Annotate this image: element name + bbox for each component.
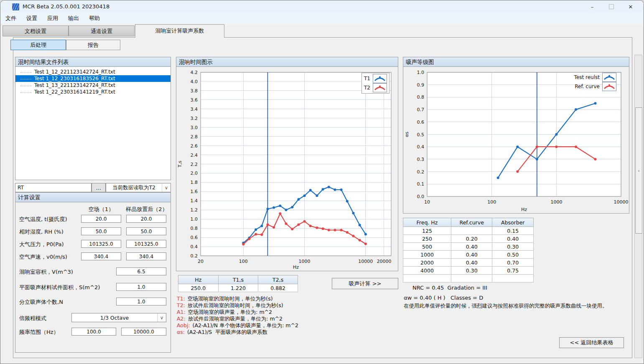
maximize-button[interactable] <box>602 0 621 13</box>
subtab-report[interactable]: 报告 <box>66 40 120 50</box>
file-list[interactable]: Test 1_12_221123142724_RT.txt Test 1_12_… <box>15 67 171 180</box>
note-line: T1:空场混响室的混响时间，单位为秒(s) <box>177 295 273 303</box>
rt-table-cell: 0.882 <box>258 284 298 292</box>
menu-item-file[interactable]: 文件 <box>0 15 21 22</box>
collapse-panel-button[interactable]: ‹ <box>635 107 642 234</box>
t1-curve-icon <box>373 74 387 83</box>
svg-text:0.6: 0.6 <box>417 120 425 125</box>
rt-name-input[interactable] <box>15 183 92 192</box>
svg-text:1.6: 1.6 <box>191 189 198 194</box>
svg-text:2.8: 2.8 <box>191 134 198 140</box>
air-temp-label: 空气温度, t(摄氏度) <box>19 216 67 223</box>
svg-text:1.2: 1.2 <box>191 207 198 213</box>
rt-table-header: Hz <box>178 275 219 284</box>
ref-curve-icon <box>602 82 616 91</box>
table-row <box>403 275 534 283</box>
menu-item-help[interactable]: 帮助 <box>84 15 105 22</box>
sound-speed-input-1[interactable] <box>81 252 121 260</box>
close-button[interactable]: ✕ <box>621 0 640 13</box>
sound-speed-input-2[interactable] <box>126 252 166 260</box>
svg-text:1.4: 1.4 <box>191 198 198 204</box>
data-read-mode-dropdown[interactable]: 当前数据读取为T2 ∨ <box>106 183 171 192</box>
svg-text:3.6: 3.6 <box>191 97 198 103</box>
absorber-table-header: Ref.curve <box>451 218 492 227</box>
rt-table-cell: 1.220 <box>218 284 258 292</box>
maximize-icon <box>609 4 614 9</box>
humidity-input-1[interactable] <box>81 227 121 235</box>
rt-chart-container: 0.20.40.60.81.01.21.41.61.82.02.22.42.62… <box>176 67 398 271</box>
sample-area-input[interactable] <box>116 283 166 291</box>
pressure-input-2[interactable] <box>126 240 166 248</box>
menu-item-settings[interactable]: 设置 <box>21 15 42 22</box>
svg-text:20: 20 <box>198 259 204 264</box>
svg-text:1.8: 1.8 <box>191 180 198 185</box>
tree-line-icon <box>20 79 31 79</box>
svg-text:0.7: 0.7 <box>417 107 425 112</box>
column-header-empty-room: 空场（1） <box>81 206 121 213</box>
minimize-button[interactable]: – <box>583 0 602 13</box>
room-volume-input[interactable] <box>116 267 166 275</box>
freq-range-low-input[interactable] <box>71 328 116 336</box>
chevron-down-icon: ∨ <box>157 313 166 322</box>
abs-chart-container: 0.00.10.20.30.40.50.60.70.80.91.01010010… <box>403 67 629 214</box>
table-row: 2500.200.40 <box>403 235 534 243</box>
calc-settings-header: 计算设置 <box>15 192 171 202</box>
menu-item-output[interactable]: 输出 <box>63 15 84 22</box>
nrc-result-text: NRC = 0.45 Gradation = III <box>412 285 487 291</box>
pressure-label: 大气压力，P0(Pa) <box>19 241 64 248</box>
title-bar: MCR Beta 2.05.0.001 20230418 – ✕ <box>0 0 644 13</box>
svg-text:4.2: 4.2 <box>191 70 198 75</box>
abs-chart-panel-header: 吸声等级图 <box>403 57 629 67</box>
window-title: MCR Beta 2.05.0.001 20230418 <box>23 3 109 10</box>
window-controls: – ✕ <box>583 0 640 13</box>
tab-reverb-absorption[interactable]: 混响室计算吸声系数 <box>135 24 224 38</box>
pressure-input-1[interactable] <box>81 240 121 248</box>
humidity-input-2[interactable] <box>126 227 166 235</box>
svg-text:10: 10 <box>424 199 430 205</box>
note-line: αs:(A2-A1)/S 平面吸声体的吸声系数 <box>177 329 267 336</box>
absorber-count-input[interactable] <box>116 298 166 305</box>
svg-text:0.8: 0.8 <box>417 94 425 100</box>
svg-text:3.4: 3.4 <box>191 107 198 112</box>
tab-channel-settings[interactable]: 通道设置 <box>69 25 135 36</box>
air-temp-input-1[interactable] <box>81 215 121 223</box>
air-temp-input-2[interactable] <box>126 215 166 223</box>
rt-value-table: Hz T1,s T2,s 250.0 1.220 0.882 <box>178 275 298 292</box>
rt-chart-legend: T1 T2 <box>361 73 389 94</box>
octave-mode-dropdown[interactable]: 1/3 Octave ∨ <box>71 313 166 322</box>
svg-text:1000: 1000 <box>299 259 311 264</box>
tab-strip: 文档设置 通道设置 混响室计算吸声系数 <box>0 24 644 38</box>
browse-button[interactable]: ... <box>92 183 106 192</box>
chevron-down-icon: ∨ <box>162 183 171 192</box>
svg-text:3.2: 3.2 <box>191 116 198 121</box>
table-row: 5000.400.30 <box>403 243 534 251</box>
tree-line-icon <box>20 72 31 73</box>
aw-result-text: αw = 0.40 ( H ) Classes = D <box>404 295 483 301</box>
svg-text:0.3: 0.3 <box>417 157 425 162</box>
back-to-results-button[interactable]: << 返回结果表格 <box>559 337 624 348</box>
file-item[interactable]: Test 1_12_221123142724_RT.txt <box>15 69 171 75</box>
svg-text:0.1: 0.1 <box>417 181 425 187</box>
subtab-postprocess[interactable]: 后处理 <box>10 40 66 50</box>
svg-text:Hz: Hz <box>521 207 527 212</box>
absorption-calc-button[interactable]: 吸声计算 >> <box>332 278 398 289</box>
freq-range-high-input[interactable] <box>121 328 166 336</box>
t2-curve-icon <box>373 83 387 92</box>
table-row: 40000.300.75 <box>403 267 534 275</box>
file-item[interactable]: Test 1_13_221123142724_RT.txt <box>15 82 171 89</box>
column-header-with-sample: 样品放置后（2） <box>124 206 170 213</box>
app-logo-icon <box>12 3 19 10</box>
absorber-count-label: 分立吸声体个数,N <box>19 298 63 306</box>
file-item[interactable]: Test 1_22_230316141219_RT.txt <box>15 89 171 95</box>
svg-text:0.2: 0.2 <box>417 169 425 175</box>
table-row: 1250.15 <box>403 227 534 235</box>
note-line: T2:放试件后混响室的混响时间，单位为秒(s) <box>177 302 283 309</box>
abs-chart-legend: Test reulst Ref. curve <box>572 72 619 92</box>
usage-note-text: 在使用此单值评价量的时候，强烈建议与按照标准获得的完整的吸声系数曲线一块使用。 <box>404 303 629 310</box>
svg-text:0.5: 0.5 <box>417 132 425 137</box>
file-item-selected[interactable]: Test 1_12_230316183526_RT.txt <box>15 75 171 82</box>
freq-range-label: 频率范围（Hz） <box>19 328 59 336</box>
rt-chart-svg[interactable]: 0.20.40.60.81.01.21.41.61.82.02.22.42.62… <box>176 67 398 270</box>
tab-doc-settings[interactable]: 文档设置 <box>3 25 69 36</box>
menu-item-application[interactable]: 应用 <box>42 15 63 22</box>
